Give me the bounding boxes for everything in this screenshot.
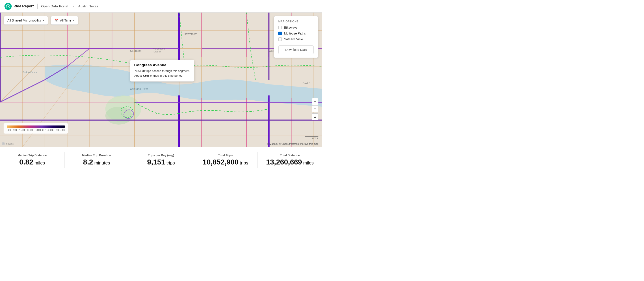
svg-text:Barton Creek: Barton Creek bbox=[22, 71, 37, 74]
tooltip-line1-suffix: trips passed through this segment. bbox=[145, 69, 190, 72]
legend-label-6: 150,000 bbox=[45, 128, 54, 131]
scale-label: 500 ft bbox=[312, 137, 318, 140]
svg-text:Seaholm: Seaholm bbox=[130, 49, 142, 52]
time-filter-button[interactable]: 📅 All Time ▾ bbox=[51, 16, 78, 25]
legend-label-7: 400,000 bbox=[56, 128, 65, 131]
trips-count: 782,500 bbox=[134, 69, 145, 72]
stat-value-2: 9,151 trips bbox=[132, 158, 190, 166]
download-data-button[interactable]: Download Data bbox=[278, 46, 314, 54]
stat-value-3: 10,852,900 trips bbox=[197, 158, 254, 166]
map-scale: 500 ft bbox=[305, 136, 318, 140]
tooltip-percentage: 7.5% bbox=[143, 74, 150, 77]
satellite-checkbox[interactable] bbox=[278, 38, 282, 41]
logo-area: Ride Report bbox=[4, 3, 34, 10]
location-text: Austin, Texas bbox=[78, 4, 98, 8]
legend-label-2: 750 bbox=[13, 128, 17, 131]
multiuse-paths-label: Multi-use Paths bbox=[284, 32, 306, 35]
bikeways-label: Bikeways bbox=[284, 26, 297, 29]
stat-item-1: Median Trip Duration 8.2 minutes bbox=[64, 152, 129, 168]
legend-labels: 200 750 2,500 10,000 30,000 150,000 400,… bbox=[7, 128, 65, 131]
stat-value-4: 13,260,669 miles bbox=[261, 158, 318, 166]
stat-value-1: 8.2 minutes bbox=[68, 158, 125, 166]
bikeways-option[interactable]: Bikeways bbox=[278, 26, 314, 29]
time-filter-label: All Time bbox=[60, 18, 71, 22]
mode-filter-label: All Shared Micromobility bbox=[8, 18, 41, 22]
mapbox-logo: M mapbox bbox=[2, 142, 14, 145]
map-options-title: Map Options bbox=[278, 20, 314, 23]
stats-bar: Median Trip Distance 0.82 miles Median T… bbox=[0, 147, 322, 172]
filter-bar: All Shared Micromobility ▾ 📅 All Time ▾ bbox=[4, 16, 78, 25]
app-header: Ride Report Open Data Portal › Austin, T… bbox=[0, 0, 322, 12]
stat-item-0: Median Trip Distance 0.82 miles bbox=[0, 152, 64, 168]
portal-text: Open Data Portal bbox=[41, 4, 68, 8]
logo-icon bbox=[4, 3, 12, 10]
stat-item-2: Trips per Day (avg) 9,151 trips bbox=[129, 152, 194, 168]
svg-text:Downtown: Downtown bbox=[184, 32, 198, 36]
mode-chevron-icon: ▾ bbox=[43, 19, 44, 22]
stat-value-0: 0.82 miles bbox=[4, 158, 61, 166]
legend-label-5: 30,000 bbox=[36, 128, 44, 131]
mapbox-logo-text: mapbox bbox=[6, 142, 14, 145]
zoom-in-button[interactable]: + bbox=[312, 98, 318, 105]
compass-button[interactable]: ▲ bbox=[312, 114, 318, 120]
stat-item-3: Total Trips 10,852,900 trips bbox=[194, 152, 258, 168]
mapbox-logo-icon: M bbox=[2, 142, 5, 145]
legend-gradient bbox=[7, 126, 65, 128]
tooltip-line1: 782,500 trips passed through this segmen… bbox=[134, 69, 190, 74]
stat-label-4: Total Distance bbox=[261, 154, 318, 157]
svg-text:District: District bbox=[154, 50, 161, 53]
time-chevron-icon: ▾ bbox=[73, 19, 74, 22]
osm-attr: © OpenStreetMap bbox=[279, 142, 300, 145]
logo-text: Ride Report bbox=[14, 4, 34, 8]
stat-label-3: Total Trips bbox=[197, 154, 254, 157]
satellite-label: Satellite View bbox=[284, 38, 303, 41]
segment-tooltip: Congress Avenue 782,500 trips passed thr… bbox=[130, 60, 194, 82]
calendar-icon: 📅 bbox=[54, 18, 58, 22]
stat-label-1: Median Trip Duration bbox=[68, 154, 125, 157]
header-divider bbox=[38, 4, 38, 9]
stat-label-2: Trips per Day (avg) bbox=[132, 154, 190, 157]
svg-text:Warehouse: Warehouse bbox=[152, 47, 165, 50]
legend-label-1: 200 bbox=[7, 128, 11, 131]
map-container[interactable]: Seaholm Warehouse District Downtown Wall… bbox=[0, 12, 322, 147]
svg-text:Colorado River: Colorado River bbox=[130, 88, 148, 90]
zoom-controls: + − ▲ bbox=[312, 98, 318, 120]
multiuse-paths-checkbox[interactable]: ✓ bbox=[278, 32, 282, 35]
stat-label-0: Median Trip Distance bbox=[4, 154, 61, 157]
satellite-option[interactable]: Satellite View bbox=[278, 38, 314, 41]
zoom-out-button[interactable]: − bbox=[312, 105, 318, 112]
multiuse-paths-option[interactable]: ✓ Multi-use Paths bbox=[278, 32, 314, 35]
tooltip-title: Congress Avenue bbox=[134, 63, 190, 68]
improve-map-link[interactable]: Improve this map bbox=[300, 142, 318, 145]
trip-count-legend: 200 750 2,500 10,000 30,000 150,000 400,… bbox=[4, 123, 68, 134]
legend-label-3: 2,500 bbox=[18, 128, 25, 131]
svg-text:East S...: East S... bbox=[302, 82, 312, 85]
tooltip-line2: About 7.5% of trips in this time period. bbox=[134, 74, 190, 78]
mapbox-attr: © Mapbox bbox=[267, 142, 278, 145]
map-options-panel: Map Options Bikeways ✓ Multi-use Paths S… bbox=[274, 16, 318, 58]
breadcrumb-arrow: › bbox=[72, 4, 74, 8]
bikeways-checkbox[interactable] bbox=[278, 26, 282, 29]
stat-item-4: Total Distance 13,260,669 miles bbox=[258, 152, 322, 168]
svg-point-3 bbox=[105, 107, 132, 124]
mode-filter-button[interactable]: All Shared Micromobility ▾ bbox=[4, 16, 48, 25]
legend-label-4: 10,000 bbox=[27, 128, 34, 131]
map-attribution: © Mapbox © OpenStreetMap Improve this ma… bbox=[267, 142, 318, 145]
